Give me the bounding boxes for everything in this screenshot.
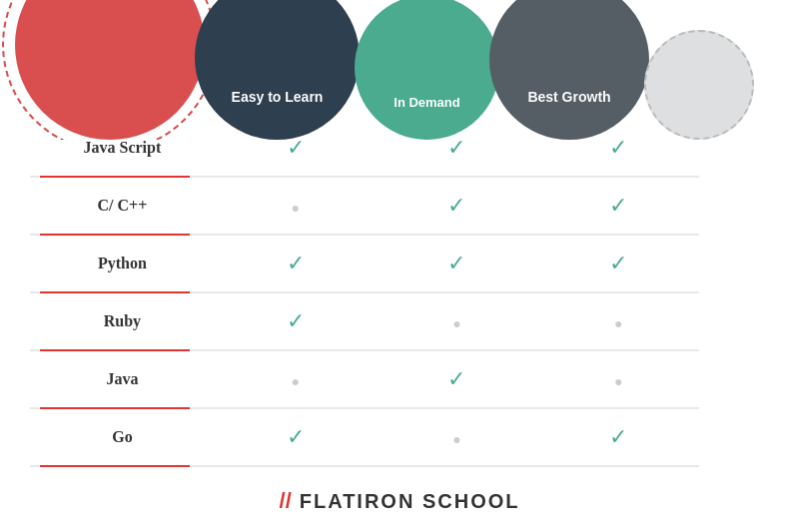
header-bubbles: Easy to Learn In Demand Best Growth [0, 0, 799, 140]
easy-cell: ✓ [215, 251, 377, 276]
check-no-icon: ● [614, 374, 622, 389]
check-yes-icon: ✓ [287, 135, 305, 160]
check-yes-icon: ✓ [447, 135, 465, 160]
page-container: Easy to Learn In Demand Best Growth Java… [0, 0, 799, 532]
lang-label: Go [30, 428, 215, 446]
bubble-easy-to-learn: Easy to Learn [195, 0, 360, 140]
bubble-in-demand-label: In Demand [355, 95, 499, 110]
growth-cell: ✓ [537, 193, 699, 219]
check-yes-icon: ✓ [447, 193, 465, 218]
bubble-in-demand: In Demand [355, 0, 499, 140]
table-row: Java Script✓✓✓ [30, 120, 699, 178]
growth-cell: ✓ [537, 424, 699, 450]
easy-cell: ✓ [215, 308, 377, 334]
growth-cell: ● [537, 310, 699, 333]
demand-cell: ✓ [377, 251, 538, 276]
check-yes-icon: ✓ [609, 251, 627, 275]
bubble-easy-to-learn-label: Easy to Learn [195, 89, 360, 105]
footer-brand: FLATIRON SCHOOL [300, 490, 520, 513]
demand-cell: ✓ [377, 135, 538, 161]
check-yes-icon: ✓ [287, 308, 305, 333]
easy-cell: ● [215, 195, 377, 218]
demand-cell: ✓ [377, 366, 538, 392]
lang-label: Ruby [30, 312, 215, 330]
easy-cell: ● [215, 368, 377, 391]
check-no-icon: ● [452, 316, 460, 331]
check-yes-icon: ✓ [287, 251, 305, 275]
check-no-icon: ● [291, 374, 299, 389]
easy-cell: ✓ [215, 424, 377, 450]
check-yes-icon: ✓ [447, 366, 465, 391]
bubble-best-growth-label: Best Growth [489, 89, 649, 105]
check-yes-icon: ✓ [447, 251, 465, 275]
growth-cell: ✓ [537, 135, 699, 161]
check-no-icon: ● [291, 201, 299, 216]
lang-label: C/ C++ [30, 197, 215, 215]
check-yes-icon: ✓ [609, 135, 627, 160]
check-yes-icon: ✓ [609, 424, 627, 449]
check-yes-icon: ✓ [609, 193, 627, 218]
table-row: Java●✓● [30, 351, 699, 409]
table-row: Ruby✓●● [30, 293, 699, 351]
demand-cell: ✓ [377, 193, 538, 219]
check-no-icon: ● [452, 432, 460, 447]
easy-cell: ✓ [215, 135, 377, 161]
demand-cell: ● [377, 426, 538, 449]
lang-label: Java Script [30, 139, 215, 157]
growth-cell: ✓ [537, 251, 699, 276]
footer-slashes: // [280, 488, 292, 514]
check-yes-icon: ✓ [287, 424, 305, 449]
lang-label: Java [30, 370, 215, 388]
check-no-icon: ● [614, 316, 622, 331]
growth-cell: ● [537, 368, 699, 391]
demand-cell: ● [377, 310, 538, 333]
footer: // FLATIRON SCHOOL [0, 488, 799, 514]
table-row: Python✓✓✓ [30, 236, 699, 293]
comparison-table: Java Script✓✓✓C/ C++●✓✓Python✓✓✓Ruby✓●●J… [0, 120, 729, 467]
bubble-best-growth: Best Growth [489, 0, 649, 140]
lang-label: Python [30, 255, 215, 272]
table-row: C/ C++●✓✓ [30, 178, 699, 236]
table-row: Go✓●✓ [30, 409, 699, 467]
